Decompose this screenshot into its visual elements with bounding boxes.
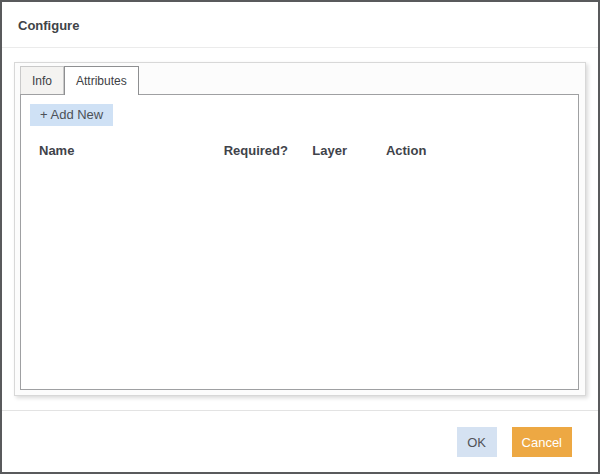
tab-attributes[interactable]: Attributes bbox=[64, 66, 139, 95]
dialog-footer: OK Cancel bbox=[2, 410, 598, 472]
column-header-name: Name bbox=[39, 143, 220, 158]
tab-panel: Info Attributes + Add New Name Required?… bbox=[14, 62, 586, 396]
add-new-button[interactable]: + Add New bbox=[30, 104, 113, 126]
attributes-tab-content: + Add New Name Required? Layer Action bbox=[20, 94, 579, 390]
column-header-action: Action bbox=[386, 143, 426, 158]
tab-info[interactable]: Info bbox=[20, 66, 64, 94]
dialog-title: Configure bbox=[2, 2, 598, 48]
column-header-required: Required? bbox=[224, 143, 309, 158]
attributes-table-header-row: Name Required? Layer Action bbox=[39, 143, 578, 158]
configure-dialog: Configure Info Attributes + Add New Name… bbox=[0, 0, 600, 474]
cancel-button[interactable]: Cancel bbox=[512, 427, 572, 457]
column-header-layer: Layer bbox=[312, 143, 382, 158]
tab-strip: Info Attributes bbox=[15, 63, 585, 94]
ok-button[interactable]: OK bbox=[457, 427, 497, 457]
attributes-table-body-empty bbox=[21, 158, 578, 358]
